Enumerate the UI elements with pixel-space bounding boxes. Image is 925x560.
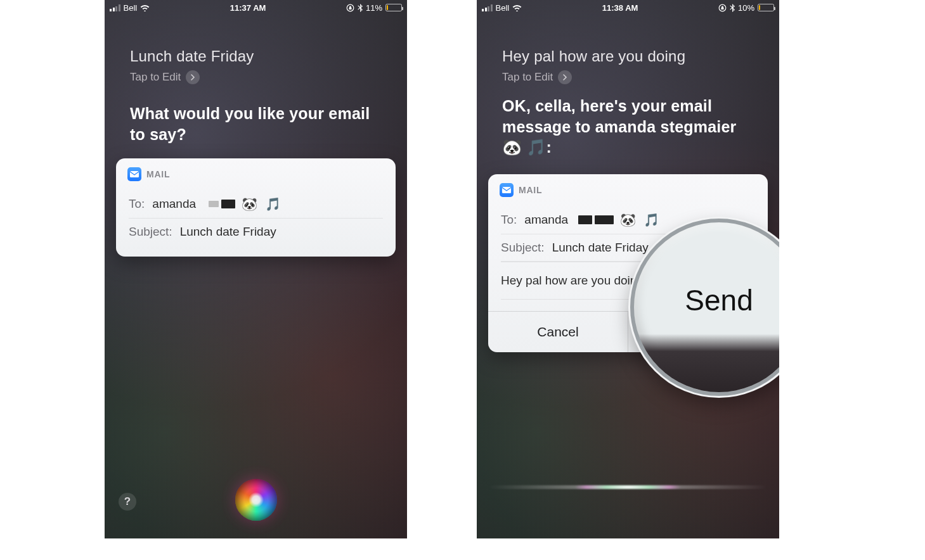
siri-reply-text: OK, cella, here's your email message to … (502, 96, 754, 158)
battery-pct: 10% (738, 3, 754, 13)
battery-icon (758, 4, 774, 11)
siri-screen-2: Bell 11:38 AM 10% Hey pal how are you do… (477, 0, 779, 538)
orientation-lock-icon (718, 4, 727, 12)
help-button[interactable]: ? (119, 493, 136, 511)
to-row[interactable]: To: amanda 🐼 🎵 (129, 190, 383, 219)
mail-app-label: MAIL (146, 169, 170, 179)
bluetooth-icon (358, 4, 363, 12)
mail-app-icon (127, 167, 141, 181)
tap-to-edit-button[interactable]: Tap to Edit (502, 70, 754, 84)
wifi-icon (140, 4, 150, 11)
cancel-button[interactable]: Cancel (488, 312, 628, 352)
tap-to-edit-label: Tap to Edit (502, 71, 553, 84)
user-said-text: Lunch date Friday (130, 48, 382, 65)
subject-label: Subject: (129, 225, 172, 239)
svg-rect-3 (502, 187, 511, 193)
to-emoji: 🐼 🎵 (620, 212, 661, 227)
battery-pct: 11% (366, 3, 382, 13)
carrier-label: Bell (496, 3, 510, 13)
carrier-label: Bell (124, 3, 138, 13)
siri-screen-1: Bell 11:37 AM 11% Lunch date Friday Tap … (105, 0, 407, 538)
tap-to-edit-button[interactable]: Tap to Edit (130, 70, 382, 84)
mail-app-icon (500, 183, 514, 197)
clock-label: 11:38 AM (602, 3, 638, 13)
to-value: amanda (152, 197, 196, 211)
subject-value: Lunch date Friday (180, 225, 276, 239)
subject-row[interactable]: Subject: Lunch date Friday (129, 219, 383, 245)
to-label: To: (501, 213, 517, 227)
subject-value: Lunch date Friday (552, 241, 649, 255)
to-emoji: 🐼 🎵 (242, 196, 283, 212)
user-said-text: Hey pal how are you doing (502, 48, 754, 65)
orientation-lock-icon (346, 4, 354, 12)
tap-to-edit-label: Tap to Edit (130, 71, 181, 84)
to-value: amanda (524, 213, 568, 227)
subject-label: Subject: (501, 241, 545, 255)
signal-icon (482, 4, 493, 11)
mail-app-label: MAIL (519, 185, 542, 195)
status-bar: Bell 11:38 AM 10% (477, 0, 779, 13)
to-label: To: (129, 197, 145, 211)
wifi-icon (512, 4, 522, 11)
magnified-send-label: Send (685, 283, 753, 317)
siri-orb-icon[interactable] (235, 479, 277, 521)
svg-rect-1 (130, 171, 139, 177)
battery-icon (385, 4, 402, 11)
chevron-right-icon (558, 70, 572, 84)
bluetooth-icon (730, 4, 735, 12)
siri-reply-text: What would you like your email to say? (130, 103, 382, 144)
siri-wave-icon[interactable] (488, 485, 768, 489)
clock-label: 11:37 AM (230, 3, 266, 13)
signal-icon (110, 4, 120, 11)
status-bar: Bell 11:37 AM 11% (105, 0, 407, 13)
mail-card[interactable]: MAIL To: amanda 🐼 🎵 Subject: Lunch date … (116, 158, 396, 257)
chevron-right-icon (186, 70, 200, 84)
body-text: Hey pal how are you doing (501, 274, 644, 288)
